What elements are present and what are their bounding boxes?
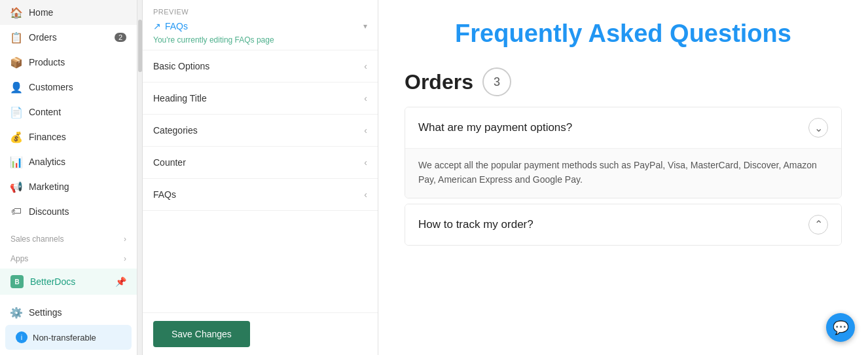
- accordion-label: Basic Options: [153, 61, 209, 71]
- apps-section[interactable]: Apps ›: [0, 249, 137, 269]
- sidebar-item-label: Orders: [29, 32, 57, 43]
- analytics-icon: 📊: [10, 156, 22, 168]
- accordion-list: Basic Options ‹ Heading Title ‹ Categori…: [143, 50, 378, 211]
- sidebar-scrollbar: [137, 0, 143, 355]
- info-icon: i: [16, 331, 27, 343]
- settings-icon: ⚙️: [10, 307, 22, 318]
- accordion-label: FAQs: [153, 189, 176, 200]
- accordion-label: Counter: [153, 157, 186, 168]
- sidebar-item-label: Content: [29, 107, 61, 117]
- pin-icon: 📌: [115, 276, 126, 287]
- preview-header: PREVIEW ↗ FAQs ▾ You're currently editin…: [143, 0, 378, 50]
- middle-panel: PREVIEW ↗ FAQs ▾ You're currently editin…: [143, 0, 378, 355]
- accordion-basic-options[interactable]: Basic Options ‹: [143, 50, 378, 83]
- sidebar-item-discounts[interactable]: 🏷 Discounts: [0, 199, 137, 224]
- orders-heading: Orders 3: [405, 67, 842, 96]
- marketing-icon: 📢: [10, 181, 22, 193]
- discounts-icon: 🏷: [10, 206, 22, 217]
- preview-link[interactable]: ↗ FAQs ▾: [153, 21, 367, 31]
- sidebar-item-customers[interactable]: 👤 Customers: [0, 75, 137, 100]
- preview-link-text: FAQs: [165, 21, 188, 31]
- sidebar-item-orders[interactable]: 📋 Orders 2: [0, 25, 137, 50]
- preview-chevron: ▾: [363, 22, 367, 31]
- home-icon: 🏠: [10, 7, 22, 18]
- sidebar-item-marketing[interactable]: 📢 Marketing: [0, 174, 137, 199]
- faq-item-2: How to track my order? ⌃: [405, 204, 842, 246]
- editing-note: You're currently editing FAQs page: [153, 35, 367, 45]
- accordion-faqs[interactable]: FAQs ‹: [143, 179, 378, 211]
- orders-title: Orders: [405, 70, 473, 94]
- finances-icon: 💰: [10, 131, 22, 143]
- sidebar-item-content[interactable]: 📄 Content: [0, 100, 137, 124]
- sales-channels-label: Sales channels: [10, 234, 63, 244]
- sidebar: 🏠 Home 📋 Orders 2 📦 Products 👤 Customers…: [0, 0, 137, 355]
- non-transferable-banner: i Non-transferable: [5, 325, 132, 350]
- sidebar-item-label: Analytics: [29, 157, 65, 167]
- settings-label: Settings: [29, 307, 62, 318]
- sidebar-item-betterdocs[interactable]: B BetterDocs 📌: [0, 269, 137, 295]
- sidebar-item-label: Home: [29, 7, 53, 18]
- faq-answer-1: We accept all the popular payment method…: [405, 148, 841, 198]
- chevron-left-icon: ‹: [364, 93, 367, 103]
- accordion-categories[interactable]: Categories ‹: [143, 115, 378, 147]
- save-changes-button[interactable]: Save Changes: [153, 321, 250, 347]
- apps-label: Apps: [10, 254, 28, 263]
- sidebar-item-label: Discounts: [29, 206, 69, 217]
- customers-icon: 👤: [10, 81, 22, 93]
- scroll-thumb[interactable]: [138, 20, 142, 72]
- faq-question-text: What are my payment options?: [418, 121, 572, 134]
- orders-counter: 3: [482, 67, 511, 96]
- sidebar-item-label: Marketing: [29, 181, 69, 192]
- accordion-counter[interactable]: Counter ‹: [143, 147, 378, 179]
- sales-channels-section[interactable]: Sales channels ›: [0, 229, 137, 249]
- external-link-icon: ↗: [153, 21, 161, 31]
- sidebar-item-label: Customers: [29, 82, 73, 92]
- chat-bubble[interactable]: 💬: [826, 313, 855, 342]
- orders-icon: 📋: [10, 31, 22, 43]
- sidebar-item-label: Products: [29, 57, 65, 67]
- faq-toggle-2[interactable]: ⌃: [808, 215, 828, 234]
- faq-toggle-1[interactable]: ⌄: [808, 118, 828, 138]
- sidebar-item-finances[interactable]: 💰 Finances: [0, 124, 137, 149]
- orders-section: Orders 3 What are my payment options? ⌄ …: [405, 67, 842, 246]
- sidebar-item-products[interactable]: 📦 Products: [0, 50, 137, 75]
- sidebar-item-analytics[interactable]: 📊 Analytics: [0, 149, 137, 174]
- right-preview: Frequently Asked Questions Orders 3 What…: [378, 0, 868, 355]
- faq-question-1[interactable]: What are my payment options? ⌄: [405, 107, 841, 148]
- betterdocs-app-icon: B: [10, 275, 24, 288]
- sidebar-item-label: Finances: [29, 132, 66, 142]
- preview-label: PREVIEW: [153, 8, 367, 16]
- middle-footer: Save Changes: [143, 312, 378, 355]
- chevron-left-icon: ‹: [364, 125, 367, 136]
- products-icon: 📦: [10, 56, 22, 68]
- content-icon: 📄: [10, 106, 22, 118]
- accordion-label: Heading Title: [153, 93, 207, 103]
- non-transferable-label: Non-transferable: [33, 333, 96, 343]
- chevron-left-icon: ‹: [364, 157, 367, 168]
- faq-main-title: Frequently Asked Questions: [405, 20, 842, 48]
- sales-channels-arrow: ›: [124, 234, 126, 244]
- chevron-left-icon: ‹: [364, 61, 367, 71]
- faq-question-text: How to track my order?: [418, 218, 533, 231]
- faq-item-1: What are my payment options? ⌄ We accept…: [405, 107, 842, 198]
- sidebar-item-settings[interactable]: ⚙️ Settings: [0, 300, 137, 325]
- betterdocs-label: BetterDocs: [30, 276, 75, 287]
- orders-badge: 2: [115, 33, 126, 42]
- apps-arrow: ›: [124, 254, 126, 263]
- sidebar-item-home[interactable]: 🏠 Home: [0, 0, 137, 25]
- chevron-left-icon: ‹: [364, 189, 367, 200]
- accordion-heading-title[interactable]: Heading Title ‹: [143, 83, 378, 115]
- accordion-label: Categories: [153, 125, 198, 136]
- faq-question-2[interactable]: How to track my order? ⌃: [405, 204, 841, 245]
